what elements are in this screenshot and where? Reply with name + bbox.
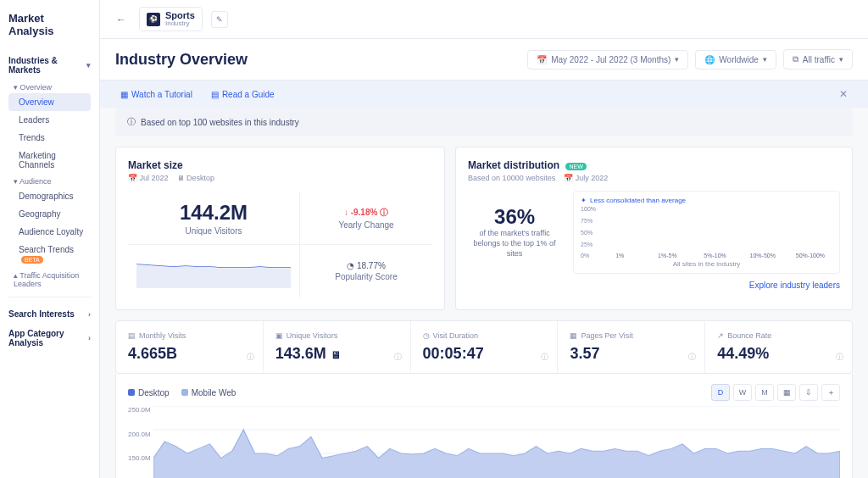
pages-icon: ▦ <box>570 331 577 340</box>
excel-icon: ▦ <box>783 388 791 397</box>
chevron-down-icon: ▾ <box>14 83 18 92</box>
metrics-row: ▤Monthly Visits 4.665B ⓘ ▣Unique Visitor… <box>115 320 853 374</box>
popularity-value: 18.77% <box>357 261 386 270</box>
add-button[interactable]: ＋ <box>821 384 840 401</box>
edit-button[interactable]: ✎ <box>211 11 228 28</box>
sidebar-item-overview[interactable]: Overview <box>8 93 91 111</box>
region-picker[interactable]: 🌐 Worldwide ▾ <box>695 50 776 69</box>
sparkle-icon: ✦ <box>581 197 587 204</box>
calendar-icon: 📅 <box>564 174 573 182</box>
chevron-down-icon: ▾ <box>14 177 18 186</box>
new-badge: NEW <box>565 163 586 170</box>
distribution-txt: of the market's traffic belongs to the t… <box>468 229 561 258</box>
sidebar-section-industries[interactable]: Industries & Markets ▾ <box>8 51 91 80</box>
chevron-down-icon: ▾ <box>839 55 843 64</box>
sidebar-item-search-interests[interactable]: Search Interests › <box>8 304 91 324</box>
info-icon[interactable]: ⓘ <box>836 352 843 363</box>
distribution-pct: 36% <box>494 205 535 229</box>
arrow-left-icon: ← <box>116 14 126 25</box>
traffic-area-chart <box>153 406 840 478</box>
topbar: ← ⚽ Sports Industry ✎ <box>100 0 868 39</box>
granularity-month[interactable]: M <box>755 384 774 401</box>
close-icon: ✕ <box>839 88 848 100</box>
user-icon: ▣ <box>275 331 283 340</box>
unique-visitors-label: Unique Visitors <box>185 226 242 236</box>
sidebar-group-acquisition[interactable]: ▴ Traffic Acquisition Leaders <box>8 268 91 290</box>
sidebar-item-geography[interactable]: Geography <box>8 205 91 223</box>
page-title: Industry Overview <box>115 51 248 69</box>
metric-unique-visitors: ▣Unique Visitors 143.6M 🖥 ⓘ <box>264 321 411 373</box>
distribution-bar-chart: 100% 75% 50% 25% 0% 1% 1%-5% 5%-10% 10%-… <box>581 208 832 258</box>
calendar-icon: 📅 <box>128 174 137 182</box>
unique-visitors-value: 144.2M <box>180 201 248 225</box>
info-icon[interactable]: ⓘ <box>247 352 254 363</box>
legend-desktop[interactable]: Desktop <box>128 388 170 397</box>
notice-banner: ⓘ Based on top 100 websites in this indu… <box>115 108 853 136</box>
sidebar-group-overview[interactable]: ▾ Overview <box>8 80 91 93</box>
yearly-change-label: Yearly Change <box>338 220 393 230</box>
traffic-chart-card: Desktop Mobile Web D W M ▦ ⇩ ＋ 250.0M <box>115 374 853 478</box>
yearly-change-value: ↓ -9.18% ⓘ <box>344 207 388 219</box>
entity-chip[interactable]: ⚽ Sports Industry <box>139 7 203 31</box>
info-icon: ⓘ <box>127 116 136 128</box>
main: ← ⚽ Sports Industry ✎ Industry Overview … <box>100 0 868 478</box>
desktop-icon: 🖥 <box>331 349 341 361</box>
pencil-icon: ✎ <box>216 15 223 24</box>
close-helpbar-button[interactable]: ✕ <box>839 88 848 100</box>
sidebar-item-search-trends[interactable]: Search Trends BETA <box>8 241 91 268</box>
plus-icon: ＋ <box>827 387 835 398</box>
export-excel-button[interactable]: ▦ <box>777 384 796 401</box>
metric-bounce-rate: ↗Bounce Rate 44.49% ⓘ <box>705 321 852 373</box>
sidebar-item-trends[interactable]: Trends <box>8 129 91 147</box>
date-range-picker[interactable]: 📅 May 2022 - Jul 2022 (3 Months) ▾ <box>527 50 688 69</box>
market-distribution-card: Market distribution NEW Based on 10000 w… <box>455 147 853 310</box>
beta-badge: BETA <box>21 256 43 264</box>
sidebar-item-demographics[interactable]: Demographics <box>8 187 91 205</box>
card-title: Market distribution <box>468 159 559 171</box>
sidebar-item-leaders[interactable]: Leaders <box>8 111 91 129</box>
sidebar: Market Analysis Industries & Markets ▾ ▾… <box>0 0 100 478</box>
metric-visit-duration: ◷Visit Duration 00:05:47 ⓘ <box>411 321 559 373</box>
watch-tutorial-link[interactable]: ▦ Watch a Tutorial <box>120 90 192 99</box>
back-button[interactable]: ← <box>112 10 131 29</box>
metric-monthly-visits: ▤Monthly Visits 4.665B ⓘ <box>116 321 264 373</box>
info-icon[interactable]: ⓘ <box>394 352 402 363</box>
info-icon[interactable]: ⓘ <box>688 352 696 363</box>
download-button[interactable]: ⇩ <box>799 384 818 401</box>
chevron-down-icon: ▾ <box>675 55 679 64</box>
chevron-right-icon: › <box>88 334 91 342</box>
sidebar-item-loyalty[interactable]: Audience Loyalty <box>8 223 91 241</box>
chart-caption: All sites in the industry <box>581 260 832 268</box>
consolidation-tag: ✦Less consolidated than average <box>581 197 832 204</box>
gauge-icon: ◔ <box>347 261 354 270</box>
sidebar-item-app-category[interactable]: App Category Analysis › <box>8 324 91 353</box>
read-guide-link[interactable]: ▤ Read a Guide <box>211 90 275 99</box>
globe-icon: 🌐 <box>704 55 715 64</box>
industry-icon: ⚽ <box>147 13 160 26</box>
popularity-label: Popularity Score <box>335 272 397 281</box>
device-icon: ⧉ <box>793 54 798 64</box>
info-icon[interactable]: ⓘ <box>541 352 548 363</box>
download-icon: ⇩ <box>805 388 812 397</box>
sidebar-group-audience[interactable]: ▾ Audience <box>8 174 91 187</box>
calendar-icon: 📅 <box>537 55 547 64</box>
legend-mobile[interactable]: Mobile Web <box>181 388 236 397</box>
chevron-right-icon: › <box>88 310 91 319</box>
chevron-down-icon: ▾ <box>86 61 91 69</box>
granularity-day[interactable]: D <box>711 384 730 401</box>
granularity-week[interactable]: W <box>733 384 752 401</box>
traffic-picker[interactable]: ⧉ All traffic ▾ <box>783 49 853 69</box>
visits-icon: ▤ <box>128 331 136 340</box>
header-bar: Industry Overview 📅 May 2022 - Jul 2022 … <box>100 39 868 81</box>
desktop-icon: 🖥 <box>177 174 185 182</box>
entity-type: Industry <box>165 20 195 27</box>
explore-leaders-link[interactable]: Explore industry leaders <box>468 281 840 290</box>
clock-icon: ◷ <box>423 331 430 340</box>
divider <box>8 297 91 297</box>
sparkline-chart <box>136 254 291 288</box>
chevron-down-icon: ▾ <box>763 55 767 64</box>
bounce-icon: ↗ <box>717 331 724 340</box>
sidebar-item-marketing-channels[interactable]: Marketing Channels <box>8 147 91 174</box>
chevron-up-icon: ▴ <box>14 271 18 280</box>
video-icon: ▦ <box>120 90 128 99</box>
